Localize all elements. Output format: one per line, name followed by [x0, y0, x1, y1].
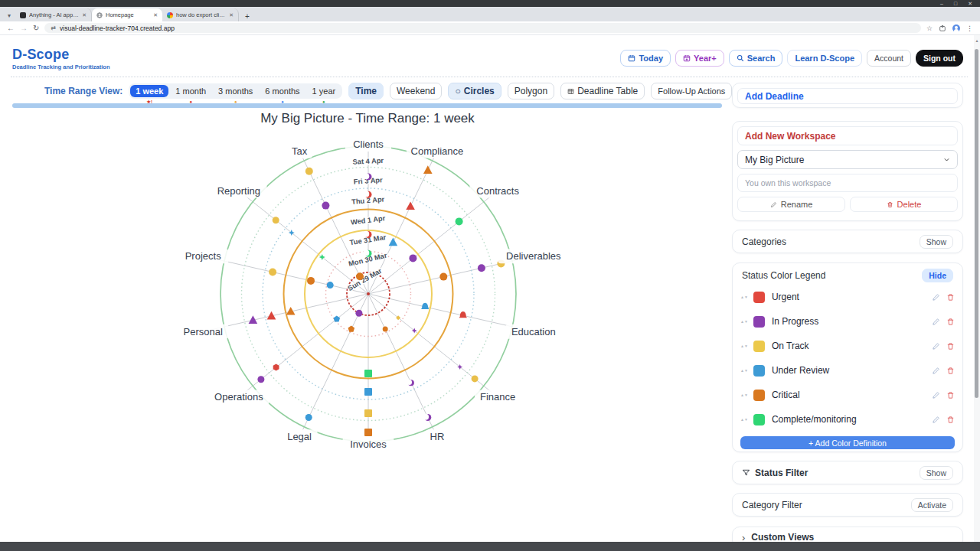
- chart-point-invoices[interactable]: [364, 388, 372, 396]
- window-maximize-button[interactable]: □: [954, 1, 957, 6]
- year-plus-button[interactable]: Year+: [675, 50, 724, 67]
- tab-search-button[interactable]: ▾: [3, 10, 15, 21]
- search-button[interactable]: Search: [729, 50, 783, 67]
- edit-icon[interactable]: [932, 416, 940, 424]
- chart-point-tax[interactable]: [356, 272, 364, 280]
- forward-icon[interactable]: →: [20, 24, 28, 32]
- account-button[interactable]: Account: [867, 50, 911, 67]
- chart-category-label-hr[interactable]: HR: [426, 429, 447, 444]
- address-bar[interactable]: ⇄ visual-deadline-tracker-704.created.ap…: [44, 23, 921, 33]
- chart-point-invoices[interactable]: [364, 370, 372, 377]
- tab-close-icon[interactable]: ✕: [82, 12, 87, 18]
- edit-icon[interactable]: [932, 318, 940, 326]
- range-3-months[interactable]: 3 months●: [213, 85, 258, 97]
- workspace-select[interactable]: My Big Picture: [737, 150, 958, 169]
- reorder-handle[interactable]: ▲▼: [740, 393, 748, 397]
- followup-actions-button[interactable]: Follow-Up Actions: [651, 83, 732, 99]
- chart-point-contracts[interactable]: [409, 254, 416, 262]
- extensions-icon[interactable]: [939, 24, 946, 32]
- learn-button[interactable]: Learn D-Scope: [787, 50, 862, 67]
- tab-close-icon[interactable]: ✕: [229, 12, 234, 18]
- category-filter-activate-button[interactable]: Activate: [911, 498, 953, 512]
- chart-category-label-clients[interactable]: Clients: [345, 137, 391, 152]
- page-scrollbar-thumb[interactable]: [975, 49, 978, 398]
- new-tab-button[interactable]: +: [242, 11, 253, 21]
- range-1-month[interactable]: 1 month●: [170, 85, 211, 97]
- chart-point-compliance[interactable]: [389, 238, 398, 246]
- chart-point-projects[interactable]: [307, 277, 315, 285]
- window-minimize-button[interactable]: –: [940, 1, 943, 6]
- reorder-handle[interactable]: ▲▼: [740, 344, 748, 348]
- chart-point-compliance[interactable]: [406, 201, 415, 210]
- chart-point-contracts[interactable]: [456, 217, 463, 225]
- chart-point-invoices[interactable]: [364, 409, 372, 417]
- delete-icon[interactable]: [946, 416, 955, 424]
- range-1-week[interactable]: 1 week★!: [130, 85, 168, 97]
- chart-point-operations[interactable]: [334, 315, 341, 321]
- browser-menu-icon[interactable]: ⋮: [966, 24, 973, 32]
- polygon-view-button[interactable]: Polygon: [508, 83, 554, 99]
- delete-icon[interactable]: [946, 318, 955, 326]
- chart-category-label-projects[interactable]: Projects: [178, 249, 229, 263]
- chart-category-label-compliance[interactable]: Compliance: [407, 144, 468, 158]
- chart-point-deliverables[interactable]: [439, 273, 447, 281]
- color-swatch[interactable]: [753, 414, 765, 425]
- add-color-definition-button[interactable]: + Add Color Definition: [740, 436, 955, 449]
- range-6-months[interactable]: 6 months●: [260, 85, 305, 97]
- color-swatch[interactable]: [753, 316, 765, 328]
- chart-point-deliverables[interactable]: [478, 264, 485, 272]
- chart-point-operations[interactable]: [257, 376, 264, 383]
- bookmark-icon[interactable]: ☆: [926, 24, 933, 32]
- chart-point-hr[interactable]: [407, 380, 414, 386]
- profile-avatar[interactable]: [952, 24, 960, 32]
- today-button[interactable]: Today: [620, 50, 671, 67]
- add-deadline-button[interactable]: Add Deadline: [737, 88, 958, 104]
- tab-close-icon[interactable]: ✕: [153, 12, 158, 18]
- chart-category-label-contracts[interactable]: Contracts: [469, 184, 525, 198]
- color-swatch[interactable]: [753, 341, 765, 352]
- chart-category-label-finance[interactable]: Finance: [475, 390, 521, 404]
- chart-point-legal[interactable]: [305, 414, 312, 421]
- signout-button[interactable]: Sign out: [916, 50, 963, 67]
- delete-icon[interactable]: [946, 293, 955, 302]
- edit-icon[interactable]: [932, 391, 940, 399]
- back-icon[interactable]: ←: [7, 24, 15, 32]
- chart-point-tax[interactable]: [322, 202, 329, 210]
- chart-point-finance[interactable]: [472, 375, 479, 382]
- chart-point-hr[interactable]: [423, 414, 431, 421]
- chart-point-compliance[interactable]: [423, 165, 433, 174]
- chart-point-education[interactable]: [421, 303, 429, 309]
- deadline-table-button[interactable]: Deadline Table: [560, 83, 645, 99]
- reload-icon[interactable]: ↻: [33, 24, 39, 32]
- color-swatch[interactable]: [753, 365, 765, 377]
- chart-point-tax[interactable]: [305, 168, 313, 175]
- range-1-year[interactable]: 1 year●: [307, 85, 341, 97]
- status-filter-show-button[interactable]: Show: [920, 466, 953, 480]
- chart-category-label-education[interactable]: Education: [505, 324, 561, 339]
- chart-point-education[interactable]: [459, 311, 467, 318]
- chart-category-label-invoices[interactable]: Invoices: [343, 437, 394, 452]
- reorder-handle[interactable]: ▲▼: [740, 418, 748, 422]
- delete-icon[interactable]: [946, 367, 955, 375]
- browser-tab-anything[interactable]: Anything - AI app builder ✕: [15, 8, 92, 21]
- categories-show-button[interactable]: Show: [920, 235, 953, 249]
- reorder-handle[interactable]: ▲▼: [740, 320, 748, 324]
- chart-category-label-deliverables[interactable]: Deliverables: [498, 249, 569, 263]
- chart-point-operations[interactable]: [273, 364, 279, 371]
- chart-point-invoices[interactable]: [364, 429, 372, 436]
- color-swatch[interactable]: [753, 390, 765, 401]
- scrollbar-up-arrow[interactable]: ▲: [975, 38, 979, 43]
- delete-workspace-button[interactable]: Delete: [850, 197, 958, 212]
- chart-category-label-operations[interactable]: Operations: [208, 390, 270, 404]
- window-close-button[interactable]: ✕: [968, 1, 972, 6]
- chart-point-projects[interactable]: [327, 282, 334, 289]
- weekend-toggle-button[interactable]: Weekend: [390, 83, 442, 99]
- chart-point-legal[interactable]: [355, 310, 362, 317]
- time-toggle-button[interactable]: Time: [348, 83, 384, 99]
- horizontal-scrollbar[interactable]: [12, 103, 722, 108]
- delete-icon[interactable]: [946, 391, 955, 399]
- reorder-handle[interactable]: ▲▼: [740, 295, 748, 299]
- chart-category-label-reporting[interactable]: Reporting: [211, 184, 266, 198]
- edit-icon[interactable]: [932, 342, 940, 350]
- chart-category-label-legal[interactable]: Legal: [282, 429, 318, 444]
